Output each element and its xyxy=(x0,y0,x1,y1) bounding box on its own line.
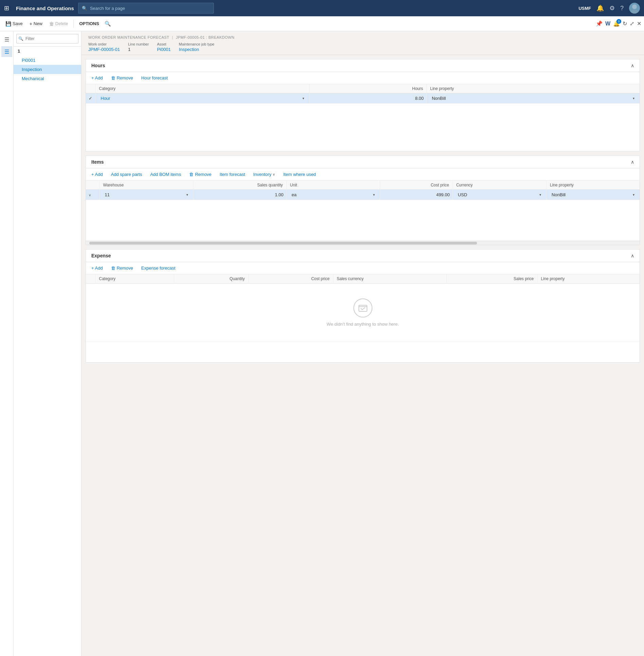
items-col-warehouse: Warehouse xyxy=(99,181,193,190)
search-input[interactable] xyxy=(90,6,210,11)
breadcrumb-part2: JPMF-00005-01 : BREAKDOWN xyxy=(176,35,235,39)
items-expand-caret[interactable]: ∨ xyxy=(89,193,91,197)
hours-remove-button[interactable]: 🗑 Remove xyxy=(110,75,134,81)
items-toolbar: + Add Add spare parts Add BOM items 🗑 Re… xyxy=(86,168,640,181)
empty-message: We didn't find anything to show here. xyxy=(327,322,399,327)
hours-lineprop-select[interactable]: NonBill ▾ xyxy=(429,95,637,102)
items-row-costprice[interactable]: 499.00 xyxy=(380,190,453,200)
pin-icon[interactable]: 📌 xyxy=(596,20,603,27)
items-unit-select[interactable]: ea ▾ xyxy=(289,191,377,198)
hours-row-category[interactable]: Hour ▾ xyxy=(95,93,310,104)
items-currency-select[interactable]: USD ▾ xyxy=(456,191,544,198)
expense-bottom-space xyxy=(86,342,640,362)
items-unit-caret: ▾ xyxy=(373,193,375,197)
expand-icon[interactable]: ⤢ xyxy=(630,20,634,27)
items-col-currency: Currency xyxy=(453,181,546,190)
items-where-used-button[interactable]: Item where used xyxy=(282,171,317,178)
notif-icon[interactable]: 🔔 0 xyxy=(613,20,620,27)
expense-forecast-button[interactable]: Expense forecast xyxy=(140,265,177,271)
new-button[interactable]: + New xyxy=(27,20,45,28)
new-icon: + xyxy=(30,21,32,26)
maintenance-job-type-value[interactable]: Inspection xyxy=(179,47,215,52)
search-bar[interactable]: 🔍 xyxy=(78,3,214,14)
items-row-salesqty[interactable]: 1.00 xyxy=(193,190,286,200)
close-icon[interactable]: ✕ xyxy=(637,20,641,27)
hours-add-button[interactable]: + Add xyxy=(90,75,104,81)
help-icon[interactable]: ? xyxy=(620,5,624,12)
items-collapse-icon[interactable]: ∧ xyxy=(631,159,634,165)
hours-section-header[interactable]: Hours ∧ xyxy=(86,59,640,72)
items-forecast-button[interactable]: Item forecast xyxy=(218,171,246,178)
items-row-expand[interactable]: ∨ xyxy=(86,190,99,200)
items-add-spare-parts-button[interactable]: Add spare parts xyxy=(110,171,144,178)
hours-lineprop-caret: ▾ xyxy=(633,96,634,100)
delete-icon: 🗑 xyxy=(49,21,54,26)
items-remove-button[interactable]: 🗑 Remove xyxy=(188,171,213,178)
hours-row-hours[interactable]: 8.00 xyxy=(310,93,427,104)
filter-input-wrap: 🔍 xyxy=(16,34,78,43)
items-row-unit[interactable]: ea ▾ xyxy=(286,190,380,200)
nav-list-icon[interactable]: ☰ xyxy=(1,46,12,57)
expense-empty-cell: We didn't find anything to show here. xyxy=(86,284,640,342)
expense-section-header[interactable]: Expense ∧ xyxy=(86,250,640,262)
work-order-value[interactable]: JPMF-00005-01 xyxy=(88,47,120,52)
tree-item-inspection[interactable]: Inspection xyxy=(14,65,81,74)
nav-menu-icon[interactable]: ☰ xyxy=(1,34,12,45)
options-label[interactable]: OPTIONS xyxy=(76,21,102,26)
expense-remove-button[interactable]: 🗑 Remove xyxy=(110,265,134,271)
refresh-icon[interactable]: ↻ xyxy=(623,20,627,27)
items-row-lineprop[interactable]: NonBill ▾ xyxy=(546,190,640,200)
cmd-search-icon[interactable]: 🔍 xyxy=(105,21,111,27)
tree-item-1[interactable]: 1 xyxy=(14,47,81,56)
items-scrollbar[interactable] xyxy=(86,241,640,245)
search-icon: 🔍 xyxy=(82,6,87,11)
hours-forecast-button[interactable]: Hour forecast xyxy=(140,75,169,81)
expense-add-button[interactable]: + Add xyxy=(90,265,104,271)
items-col-expand xyxy=(86,181,99,190)
word-icon[interactable]: W xyxy=(605,21,610,27)
items-lineprop-select[interactable]: NonBill ▾ xyxy=(549,191,637,198)
tree-item-pi0001[interactable]: Pi0001 xyxy=(14,56,81,65)
items-scroll-thumb[interactable] xyxy=(89,242,477,244)
table-row[interactable]: ∨ 11 ▾ 1.00 ea xyxy=(86,190,640,200)
notifications-icon[interactable]: 🔔 xyxy=(596,4,604,12)
empty-icon xyxy=(353,298,372,317)
items-col-costprice: Cost price xyxy=(380,181,453,190)
hours-collapse-icon[interactable]: ∧ xyxy=(631,63,634,68)
svg-point-1 xyxy=(630,10,639,14)
items-warehouse-caret: ▾ xyxy=(186,193,188,197)
asset-value[interactable]: Pi0001 xyxy=(157,47,170,52)
line-number-field: Line number 1 xyxy=(128,42,149,52)
items-section-header[interactable]: Items ∧ xyxy=(86,156,640,168)
hours-col-lineprop: Line property xyxy=(426,84,640,93)
expense-collapse-icon[interactable]: ∧ xyxy=(631,253,634,258)
hours-row-lineprop[interactable]: NonBill ▾ xyxy=(426,93,640,104)
delete-button[interactable]: 🗑 Delete xyxy=(47,20,71,28)
hours-category-select[interactable]: Hour ▾ xyxy=(98,95,307,102)
items-row-warehouse[interactable]: 11 ▾ xyxy=(99,190,193,200)
items-add-button[interactable]: + Add xyxy=(90,171,104,178)
filter-bar: 🔍 xyxy=(14,31,81,47)
hours-remove-icon: 🗑 xyxy=(111,75,115,80)
items-section: Items ∧ + Add Add spare parts Add BOM it… xyxy=(86,156,640,245)
items-col-lineprop: Line property xyxy=(546,181,640,190)
tree-list: 1 Pi0001 Inspection Mechanical xyxy=(14,47,81,83)
items-warehouse-select[interactable]: 11 ▾ xyxy=(103,191,190,198)
expense-section-body: + Add 🗑 Remove Expense forecast Category xyxy=(86,262,640,362)
svg-point-0 xyxy=(632,4,637,9)
save-button[interactable]: 💾 Save xyxy=(3,20,25,28)
save-icon: 💾 xyxy=(5,21,11,26)
hours-col-hours: Hours xyxy=(310,84,427,93)
items-inventory-button[interactable]: Inventory ∨ xyxy=(252,171,276,178)
filter-input[interactable] xyxy=(16,34,78,43)
grid-icon[interactable]: ⊞ xyxy=(4,4,9,12)
table-row[interactable]: ✓ Hour ▾ 8.00 NonBill xyxy=(86,93,640,104)
tree-item-mechanical[interactable]: Mechanical xyxy=(14,74,81,83)
avatar[interactable] xyxy=(629,3,640,14)
items-table: Warehouse Sales quantity Unit Cost price xyxy=(86,181,640,200)
settings-icon[interactable]: ⚙ xyxy=(609,4,615,12)
items-row-currency[interactable]: USD ▾ xyxy=(453,190,546,200)
hours-table: Category Hours Line property ✓ xyxy=(86,84,640,104)
asset-field: Asset Pi0001 xyxy=(157,42,170,52)
items-add-bom-button[interactable]: Add BOM items xyxy=(149,171,182,178)
